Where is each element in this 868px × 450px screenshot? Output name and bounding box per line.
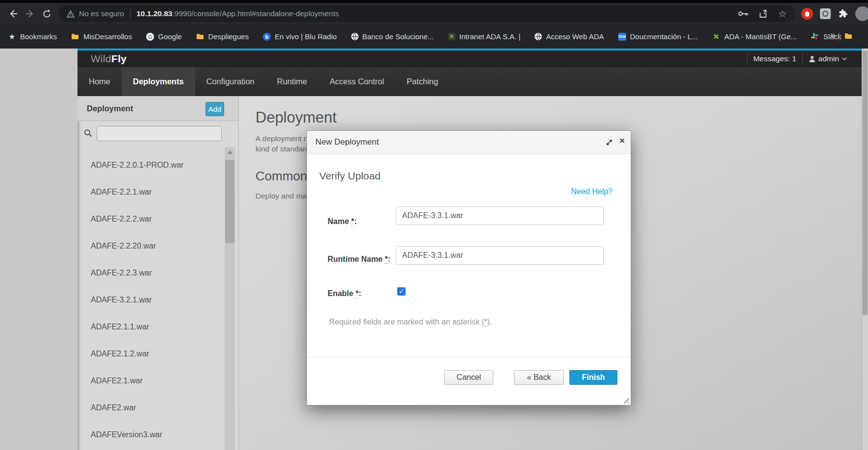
deployment-list-item[interactable]: ADAFE-2.2.20.war: [77, 232, 238, 259]
bookmark-item[interactable]: Bookmarks: [8, 32, 57, 41]
app-header: WildFly Messages: 1 admin: [77, 50, 862, 67]
main-nav: Home Deployments Configuration Runtime A…: [77, 67, 862, 96]
adblock-hand-icon[interactable]: [801, 8, 813, 20]
bookmark-item[interactable]: Acceso Web ADA: [535, 32, 604, 41]
dialog-titlebar: New Deployment ×: [307, 131, 631, 154]
bookmark-item[interactable]: Intranet ADA S.A. |: [448, 32, 521, 41]
bookmark-label: ADA - MantisBT (Ge...: [724, 32, 797, 41]
deployment-list-item[interactable]: ADAFEVersion3.war: [77, 421, 238, 448]
folder-icon[interactable]: [844, 32, 853, 40]
reload-icon[interactable]: [38, 5, 55, 22]
new-deployment-dialog: New Deployment × Verify Upload Need Help…: [306, 130, 631, 405]
google-icon: G: [146, 33, 154, 41]
bookmark-label: Intranet ADA S.A. |: [460, 32, 521, 41]
scroll-up-arrow-icon[interactable]: [225, 147, 235, 157]
bookmarks-divider: [840, 31, 840, 42]
page-scrollbar-thumb[interactable]: [863, 50, 868, 315]
nav-tab[interactable]: Deployments: [122, 67, 195, 96]
user-name: admin: [818, 54, 839, 63]
dialog-footer: Cancel « Back Finish: [307, 357, 631, 406]
nav-tab[interactable]: Patching: [395, 67, 449, 96]
maximize-icon[interactable]: [606, 139, 613, 149]
deployment-list-item[interactable]: ADAFE2.war: [77, 394, 238, 421]
nav-tab[interactable]: Access Control: [318, 67, 395, 96]
bookmarks-bar: Bookmarks MisDesarrollos G Google Despli…: [0, 25, 868, 49]
messages-link[interactable]: Messages: 1: [753, 54, 796, 63]
forward-icon[interactable]: [22, 5, 38, 22]
share-icon[interactable]: [759, 9, 768, 18]
user-menu[interactable]: admin: [809, 54, 847, 63]
bookmarks-overflow-chevron[interactable]: »: [825, 30, 840, 40]
sidebar-title: Deployment: [87, 104, 133, 113]
extension-icon[interactable]: [820, 8, 831, 19]
bookmark-item[interactable]: b En vivo | Blu Radio: [263, 32, 336, 41]
enable-label: Enable *:: [328, 284, 361, 303]
profile-avatar[interactable]: [855, 6, 868, 21]
chevron-down-icon: [842, 57, 847, 60]
dialog-title: New Deployment: [315, 137, 379, 147]
bookmark-label: Google: [158, 32, 181, 41]
deployment-list-item[interactable]: ADAFE2.1.2.war: [77, 340, 238, 367]
bookmark-item[interactable]: MisDesarrollos: [71, 32, 132, 41]
folder-icon: [196, 32, 204, 41]
deployment-list-item[interactable]: ADAFE-2.2.0.1-PROD.war: [77, 151, 238, 178]
bookmark-item[interactable]: DSM Doucmentación - L...: [618, 32, 698, 41]
sidebar-scrollbar-thumb[interactable]: [225, 160, 234, 243]
search-input[interactable]: [97, 126, 222, 141]
dsm-icon: DSM: [618, 33, 626, 41]
puzzle-extensions-icon[interactable]: [838, 8, 848, 19]
bookmark-label: Doucmentación - L...: [630, 32, 698, 41]
browser-toolbar: No es seguro 10.1.20.83:9990/console/App…: [0, 3, 868, 25]
bookmark-item[interactable]: Despliegues: [196, 32, 249, 41]
name-input[interactable]: [396, 206, 604, 225]
nav-tab[interactable]: Runtime: [266, 67, 318, 96]
deployment-list-item[interactable]: ADAFE2.1.war: [77, 367, 238, 394]
security-label: No es seguro: [79, 9, 124, 18]
wizard-step-title: Verify Upload: [319, 170, 381, 182]
bookmark-label: Banco de Solucione...: [362, 32, 434, 41]
bluradio-icon: b: [263, 33, 271, 41]
password-key-icon[interactable]: [738, 10, 749, 17]
bookmark-item[interactable]: ADA - MantisBT (Ge...: [712, 32, 797, 41]
url-separator: [130, 9, 130, 18]
deployment-list-item[interactable]: ADAFE-3.2.1.war: [77, 286, 238, 313]
search-icon: [84, 129, 92, 137]
address-bar[interactable]: No es seguro 10.1.20.83:9990/console/App…: [59, 5, 794, 22]
url-text: 10.1.20.83:9990/console/App.html#standal…: [136, 9, 339, 18]
back-button[interactable]: « Back: [514, 370, 564, 385]
bookmark-item[interactable]: Banco de Solucione...: [351, 32, 434, 41]
deployment-list-item[interactable]: ADAFE-2.2.1.war: [77, 178, 238, 205]
required-fields-note: Required fields are marked with an aster…: [329, 318, 492, 326]
deployment-list-item[interactable]: ADAFE2.1.1.war: [77, 313, 238, 340]
close-icon[interactable]: ×: [619, 135, 625, 146]
sidebar-header: Deployment Add: [77, 96, 238, 121]
finish-button[interactable]: Finish: [569, 370, 617, 385]
nav-tab[interactable]: Home: [77, 67, 122, 96]
cancel-button[interactable]: Cancel: [444, 370, 493, 385]
header-divider: [802, 53, 803, 64]
runtime-name-input[interactable]: [396, 246, 604, 265]
deployment-list-item[interactable]: ADAFE-2.2.2.war: [77, 205, 238, 232]
header-divider: [747, 53, 747, 64]
bookmark-label: Bookmarks: [20, 32, 57, 41]
bookmark-label: Despliegues: [208, 32, 249, 41]
bookmark-star-icon[interactable]: ☆: [778, 9, 787, 19]
page-title: Deployment: [255, 109, 862, 126]
user-icon: [809, 55, 816, 62]
sidebar-search-row: [77, 121, 238, 147]
bookmark-label: En vivo | Blu Radio: [275, 32, 336, 41]
warning-icon: [67, 10, 75, 18]
nav-tab[interactable]: Configuration: [195, 67, 266, 96]
page-scrollbar[interactable]: [862, 49, 868, 450]
sidebar-left-shadow: [77, 96, 81, 450]
runtime-name-label: Runtime Name *:: [328, 250, 390, 269]
name-label: Name *:: [328, 212, 357, 231]
need-help-link[interactable]: Need Help?: [571, 187, 613, 196]
add-deployment-button[interactable]: Add: [205, 102, 224, 116]
deployment-list-item[interactable]: ADAFE-2.2.3.war: [77, 259, 238, 286]
enable-checkbox[interactable]: ✓: [397, 287, 406, 296]
bookmark-item[interactable]: G Google: [146, 32, 181, 41]
sidebar-scrollbar[interactable]: [225, 147, 235, 450]
slack-icon: [811, 32, 819, 41]
back-icon[interactable]: [5, 5, 22, 22]
